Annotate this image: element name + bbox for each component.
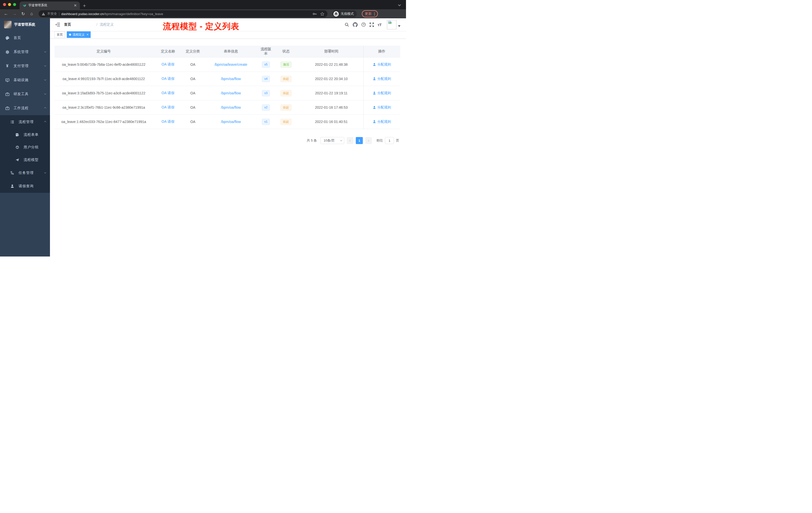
sidebar-item-devtools[interactable]: 研发工具 xyxy=(0,87,50,101)
paper-plane-icon xyxy=(15,158,20,162)
search-icon[interactable] xyxy=(345,23,349,27)
definition-category: OA xyxy=(190,91,195,95)
incognito-icon xyxy=(333,11,339,17)
next-page-button[interactable]: › xyxy=(365,137,372,144)
bookmark-star-icon[interactable] xyxy=(320,12,324,16)
definition-category: OA xyxy=(190,120,195,124)
breadcrumb-current: 流程定义 xyxy=(100,22,119,27)
definition-category: OA xyxy=(190,105,195,110)
sidebar-logo[interactable]: 芋道管理系统 xyxy=(0,18,50,31)
user-icon xyxy=(373,120,376,123)
breadcrumb: 首页 / 流程定义 xyxy=(64,22,119,27)
sidebar-item-process-model[interactable]: 流程模型 xyxy=(0,154,50,166)
maximize-window-button[interactable] xyxy=(13,3,16,6)
table-row: oa_leave:5:004b710b-7b8a-11ec-8ef0-acde4… xyxy=(55,58,400,72)
form-link[interactable]: /bpm/oa/flow xyxy=(221,77,241,81)
window-controls[interactable] xyxy=(3,3,16,6)
security-label[interactable]: 不安全 xyxy=(47,11,57,16)
form-link[interactable]: /bpm/oa/flow xyxy=(221,105,241,110)
back-icon[interactable]: ← xyxy=(2,10,9,17)
definition-id: oa_leave:5:004b710b-7b8a-11ec-8ef0-acde4… xyxy=(62,62,146,66)
sidebar-item-user-group[interactable]: 用户分组 xyxy=(0,141,50,154)
assign-rule-link[interactable]: 分配规则 xyxy=(373,91,391,95)
workflow-submenu: 流程管理 流程表单 用户分组 流程模型 xyxy=(0,115,50,193)
svg-text:?: ? xyxy=(363,23,364,26)
col-header-version: 流程版本 xyxy=(259,47,273,56)
sidebar-item-system[interactable]: 系统管理 xyxy=(0,45,50,59)
deploy-time: 2022-01-22 19:19:11 xyxy=(315,91,348,95)
sidebar-item-process-form[interactable]: 流程表单 xyxy=(0,128,50,141)
tag-close-icon[interactable]: × xyxy=(87,33,88,36)
goto-label: 前往 xyxy=(376,138,383,143)
definition-name-link[interactable]: OA 请假 xyxy=(162,105,174,110)
table-row: oa_leave:4:991f2193-7b7f-11ec-a3c8-acde4… xyxy=(55,72,400,86)
sidebar-item-leave-query[interactable]: 请假查询 xyxy=(0,179,50,193)
home-icon[interactable]: ⌂ xyxy=(28,10,35,17)
assign-rule-link[interactable]: 分配规则 xyxy=(373,105,391,110)
definition-name-link[interactable]: OA 请假 xyxy=(162,119,174,124)
fullscreen-icon[interactable] xyxy=(370,23,374,27)
user-icon xyxy=(373,77,376,81)
close-window-button[interactable] xyxy=(3,3,6,6)
forward-icon[interactable]: → xyxy=(11,10,18,17)
definition-table: 定义编号 定义名称 定义分类 表单信息 流程版本 状态 部署时间 操作 oa_l… xyxy=(55,46,400,129)
tab-search-icon[interactable] xyxy=(399,2,401,6)
col-header-form: 表单信息 xyxy=(203,49,259,54)
red-annotation-text: 流程模型 - 定义列表 xyxy=(163,21,239,32)
sidebar-item-workflow[interactable]: 工作流程 xyxy=(0,101,50,115)
omnibox-divider xyxy=(59,12,59,16)
browser-tab[interactable]: 芋道管理系统 ✕ xyxy=(20,1,80,9)
chevron-up-icon xyxy=(44,121,46,123)
definition-name-link[interactable]: OA 请假 xyxy=(162,77,174,81)
version-badge: v4 xyxy=(262,76,270,82)
goto-page-input[interactable]: 1 xyxy=(385,137,394,144)
tab-close-icon[interactable]: ✕ xyxy=(72,3,78,8)
table-body: oa_leave:5:004b710b-7b8a-11ec-8ef0-acde4… xyxy=(55,58,400,129)
chevron-down-icon xyxy=(44,79,46,81)
breadcrumb-home[interactable]: 首页 xyxy=(64,22,94,27)
tag-home[interactable]: 首页 xyxy=(55,31,65,38)
tab-title: 芋道管理系统 xyxy=(28,3,72,7)
chevron-down-icon xyxy=(44,171,46,173)
form-link[interactable]: /bpm/oa/flow xyxy=(221,120,241,124)
tag-process-definition[interactable]: 流程定义 × xyxy=(67,31,91,38)
assign-rule-link[interactable]: 分配规则 xyxy=(373,119,391,124)
browser-menu-icon[interactable] xyxy=(374,12,375,16)
definition-category: OA xyxy=(190,77,195,81)
col-header-time: 部署时间 xyxy=(299,49,363,54)
version-badge: v1 xyxy=(262,119,270,125)
address-bar[interactable]: 不安全 dashboard.yudao.iocoder.cn/bpm/manag… xyxy=(39,10,327,17)
minimize-window-button[interactable] xyxy=(8,3,11,6)
current-page-button[interactable]: 1 xyxy=(356,137,363,144)
definition-id: oa_leave:3:1fad3d93-7b75-11ec-a3c8-acde4… xyxy=(62,91,145,95)
browser-update-button[interactable]: 更新 xyxy=(362,10,378,17)
github-icon[interactable] xyxy=(353,22,357,27)
page-label: 页 xyxy=(396,138,399,143)
definition-name-link[interactable]: OA 请假 xyxy=(162,91,174,95)
incognito-badge: 无痕模式 xyxy=(332,10,357,17)
toolbox-icon xyxy=(5,92,9,96)
logo-avatar xyxy=(4,21,11,28)
sidebar-item-home[interactable]: 首页 xyxy=(0,31,50,45)
url-text[interactable]: dashboard.yudao.iocoder.cn/bpm/manager/d… xyxy=(61,12,310,16)
sidebar-item-process-management[interactable]: 流程管理 xyxy=(0,115,50,128)
prev-page-button[interactable]: ‹ xyxy=(347,137,353,144)
page-size-select[interactable]: 10条/页 xyxy=(320,137,344,144)
sidebar-item-payment[interactable]: ¥ 支付管理 xyxy=(0,59,50,73)
user-avatar-menu[interactable] xyxy=(387,20,401,29)
sidebar-item-task-management[interactable]: 任务管理 xyxy=(0,166,50,179)
form-link[interactable]: /bpm/oa/leave/create xyxy=(214,62,247,66)
definition-name-link[interactable]: OA 请假 xyxy=(162,62,174,67)
new-tab-button[interactable]: + xyxy=(83,3,86,8)
sidebar-item-infra[interactable]: 基础设施 xyxy=(0,73,50,87)
help-icon[interactable]: ? xyxy=(361,22,366,27)
password-key-icon[interactable] xyxy=(312,11,317,16)
assign-rule-link[interactable]: 分配规则 xyxy=(373,62,391,67)
browser-tabstrip: 芋道管理系统 ✕ + xyxy=(0,0,406,9)
assign-rule-link[interactable]: 分配规则 xyxy=(373,77,391,81)
reload-icon[interactable]: ↻ xyxy=(20,10,27,17)
form-link[interactable]: /bpm/oa/flow xyxy=(221,91,241,95)
font-size-icon[interactable]: τT xyxy=(378,23,382,27)
sidebar-collapse-icon[interactable] xyxy=(56,23,60,27)
status-badge: 挂起 xyxy=(281,119,291,125)
